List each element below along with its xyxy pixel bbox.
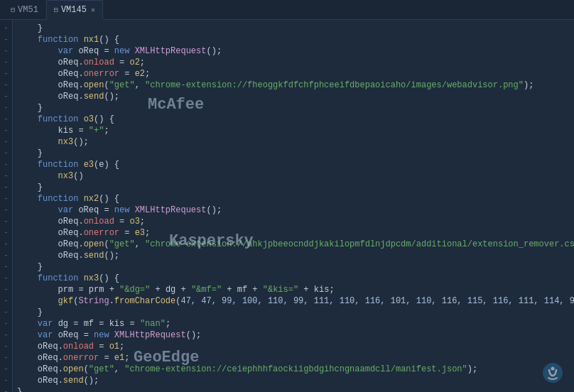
tab-vm145-label: VM145 bbox=[61, 5, 87, 15]
malwarebytes-icon bbox=[540, 360, 565, 386]
ln-18: - bbox=[0, 216, 12, 227]
ln-29: - bbox=[0, 341, 12, 352]
ln-9: - bbox=[0, 114, 12, 125]
code-line-23: function nx3() { bbox=[17, 273, 570, 284]
ln-17: - bbox=[0, 205, 12, 216]
code-line-17: var oReq = new XMLHttpRequest(); bbox=[17, 205, 570, 216]
code-line-26: } bbox=[17, 307, 570, 318]
ln-28: - bbox=[0, 330, 12, 341]
ln-3: - bbox=[0, 45, 12, 57]
code-line-18: oReq.onload = o3; bbox=[17, 216, 570, 227]
code-line-2: function nx1() { bbox=[17, 34, 570, 45]
ln-27: - bbox=[0, 318, 12, 330]
code-line-4: oReq.onload = o2; bbox=[17, 57, 570, 68]
code-line-13: function e3(e) { bbox=[17, 159, 570, 170]
svg-point-0 bbox=[551, 367, 555, 371]
tab-vm51[interactable]: ⊟ VM51 bbox=[3, 0, 46, 20]
code-line-11: nx3(); bbox=[17, 136, 570, 148]
tab-vm145[interactable]: ⊟ VM145 ✕ bbox=[46, 0, 103, 20]
code-line-20: oReq.open("get", "chrome-extension://ahk… bbox=[17, 239, 570, 250]
code-line-29: oReq.onload = o1; bbox=[17, 341, 570, 352]
code-line-5: oReq.onerror = e2; bbox=[17, 68, 570, 80]
ln-11: - bbox=[0, 136, 12, 148]
ln-33: - bbox=[0, 386, 12, 392]
code-line-3: var oReq = new XMLHttpRequest(); bbox=[17, 45, 570, 57]
code-line-7: oReq.send(); bbox=[17, 91, 570, 102]
code-line-9: function o3() { bbox=[17, 114, 570, 125]
ln-10: - bbox=[0, 125, 12, 136]
code-line-21: oReq.send(); bbox=[17, 250, 570, 261]
ln-5: - bbox=[0, 68, 12, 80]
code-line-24: prm = prm + "&dg=" + dg + "&mf=" + mf + … bbox=[17, 284, 570, 295]
ln-30: - bbox=[0, 352, 12, 364]
ln-21: - bbox=[0, 250, 12, 261]
ln-13: - bbox=[0, 159, 12, 170]
code-line-8: } bbox=[17, 102, 570, 114]
code-line-28: var oReq = new XMLHttpRequest(); bbox=[17, 330, 570, 341]
ln-19: - bbox=[0, 227, 12, 239]
ln-23: - bbox=[0, 273, 12, 284]
tab-vm145-close[interactable]: ✕ bbox=[91, 6, 95, 14]
ln-12: - bbox=[0, 148, 12, 159]
ln-14: - bbox=[0, 170, 12, 182]
ln-7: - bbox=[0, 91, 12, 102]
code-line-31: oReq.open("get", "chrome-extension://cei… bbox=[17, 364, 570, 375]
code-line-14: nx3() bbox=[17, 170, 570, 182]
ln-2: - bbox=[0, 34, 12, 45]
ln-20: - bbox=[0, 239, 12, 250]
ln-32: - bbox=[0, 375, 12, 386]
code-line-25: gkf(String.fromCharCode(47, 47, 99, 100,… bbox=[17, 295, 570, 307]
ln-25: - bbox=[0, 295, 12, 307]
tab-bar: ⊟ VM51 ⊟ VM145 ✕ bbox=[0, 0, 574, 20]
ln-16: - bbox=[0, 193, 12, 205]
code-line-10: kis = "+"; bbox=[17, 125, 570, 136]
ln-26: - bbox=[0, 307, 12, 318]
vm51-icon: ⊟ bbox=[11, 6, 15, 14]
vm145-icon: ⊟ bbox=[54, 6, 58, 14]
ln-1: - bbox=[0, 23, 12, 34]
code-line-6: oReq.open("get", "chrome-extension://fhe… bbox=[17, 80, 570, 91]
ln-15: - bbox=[0, 182, 12, 193]
code-line-27: var dg = mf = kis = "nan"; bbox=[17, 318, 570, 330]
ln-8: - bbox=[0, 102, 12, 114]
code-line-33: } bbox=[17, 386, 570, 392]
code-line-30: oReq.onerror = e1; bbox=[17, 352, 570, 364]
line-numbers: - - - - - - - - - - - - - - - - - - - - … bbox=[0, 20, 13, 392]
code-line-32: oReq.send(); bbox=[17, 375, 570, 386]
ln-22: - bbox=[0, 261, 12, 273]
ln-31: - bbox=[0, 364, 12, 375]
code-line-1: } bbox=[17, 23, 570, 34]
ln-4: - bbox=[0, 57, 12, 68]
ln-24: - bbox=[0, 284, 12, 295]
code-line-12: } bbox=[17, 148, 570, 159]
code-area: - - - - - - - - - - - - - - - - - - - - … bbox=[0, 20, 574, 392]
code-line-22: } bbox=[17, 261, 570, 273]
code-content: McAfee Kaspersky GeoEdge } function nx1(… bbox=[13, 20, 574, 392]
code-line-15: } bbox=[17, 182, 570, 193]
tab-vm51-label: VM51 bbox=[18, 5, 38, 15]
code-line-16: function nx2() { bbox=[17, 193, 570, 205]
code-line-19: oReq.onerror = e3; bbox=[17, 227, 570, 239]
ln-6: - bbox=[0, 80, 12, 91]
